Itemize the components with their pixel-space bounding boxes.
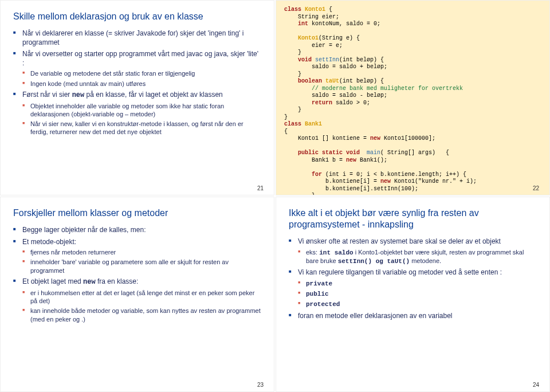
sub-item: er i hukommelsen etter at det er laget (… — [22, 289, 261, 305]
sub-item: eks: int saldo i Konto1-objektet bør vær… — [298, 248, 537, 266]
bullet-item: Vi kan regulere tilgangen til variable o… — [289, 268, 537, 308]
slide-title: Forskjeller mellom klasser og metoder — [13, 207, 261, 219]
slide-22: class Konto1 { String eier; int kontoNum… — [276, 0, 550, 195]
keyword-new: new — [83, 278, 96, 286]
bullet-item: Når vi deklarerer en klasse (= skriver J… — [13, 29, 261, 47]
bullet-text: Et objekt laget med — [22, 277, 83, 285]
bullet-text: Et metode-objekt: — [22, 238, 76, 246]
bullet-item: Først når vi sier new på en klasse, får … — [13, 91, 261, 136]
bullet-text: Vi kan regulere tilgangen til variable o… — [298, 268, 502, 276]
bullet-item: Et metode-objekt: fjernes når metoden re… — [13, 238, 261, 275]
bullet-item: foran en metode eller deklarasjonen av e… — [289, 312, 537, 321]
keyword-private: private — [306, 280, 332, 287]
bullet-text: Når vi oversetter og starter opp program… — [22, 50, 258, 67]
code-inline: settInn() — [338, 258, 372, 265]
code-inline: taUt() — [387, 258, 410, 265]
sub-item: protected — [298, 300, 537, 308]
slide-title: Ikke alt i et objekt bør være synlig fra… — [289, 207, 537, 230]
bullet-text: på en klasse, får vi laget et objekt av … — [84, 91, 222, 99]
keyword-new: new — [72, 91, 85, 99]
bullet-list: Når vi deklarerer en klasse (= skriver J… — [13, 29, 261, 136]
bullet-list: Begge lager objekter når de kalles, men:… — [13, 226, 261, 323]
sub-item: De variable og metodene det står static … — [22, 69, 261, 77]
sub-item: Når vi sier new, kaller vi en konstruktø… — [22, 120, 261, 136]
code-inline: int saldo — [319, 249, 353, 256]
keyword-public: public — [306, 291, 329, 297]
slide-number: 21 — [257, 185, 264, 191]
sub-list: er i hukommelsen etter at det er laget (… — [22, 289, 261, 323]
sub-item: private — [298, 279, 537, 288]
bullet-text: fra en klasse: — [96, 277, 139, 285]
sub-item: inneholder 'bare' variable og parametere… — [22, 258, 261, 275]
keyword-protected: protected — [306, 301, 340, 308]
code-block: class Konto1 { String eier; int kontoNum… — [284, 6, 541, 195]
sub-list: fjernes når metoden returnerer inneholde… — [22, 248, 261, 275]
bullet-item: Vi ønsker ofte at resten av systemet bar… — [289, 237, 537, 265]
slide-number: 23 — [257, 382, 264, 388]
slide-number: 24 — [533, 382, 539, 388]
slide-23: Forskjeller mellom klasser og metoder Be… — [0, 197, 274, 392]
slide-24: Ikke alt i et objekt bør være synlig fra… — [276, 197, 550, 392]
slide-number: 22 — [533, 185, 539, 191]
sub-item: kan inneholde både metoder og variable, … — [22, 307, 261, 323]
sub-item: Ingen kode (med unntak av main) utføres — [22, 80, 261, 88]
slide-21: Skille mellom deklarasjon og bruk av en … — [0, 0, 274, 195]
bullet-item: Et objekt laget med new fra en klasse: e… — [13, 277, 261, 323]
sub-text: og — [372, 258, 387, 265]
sub-list: De variable og metodene det står static … — [22, 69, 261, 88]
bullet-item: Når vi oversetter og starter opp program… — [13, 50, 261, 88]
sub-list: private public protected — [298, 279, 537, 309]
sub-item: fjernes når metoden returnerer — [22, 248, 261, 256]
sub-item: public — [298, 289, 537, 298]
sub-item: Objektet inneholder alle variable og met… — [22, 102, 261, 119]
sub-list: Objektet inneholder alle variable og met… — [22, 102, 261, 136]
bullet-text: Først når vi sier — [22, 91, 72, 99]
bullet-text: Vi ønsker ofte at resten av systemet bar… — [298, 237, 501, 245]
sub-list: eks: int saldo i Konto1-objektet bør vær… — [298, 248, 537, 266]
slide-title: Skille mellom deklarasjon og bruk av en … — [13, 11, 261, 22]
bullet-item: Begge lager objekter når de kalles, men: — [13, 226, 261, 235]
sub-text: eks: — [306, 249, 319, 256]
bullet-list: Vi ønsker ofte at resten av systemet bar… — [289, 237, 537, 320]
sub-text: metodene. — [410, 257, 441, 264]
